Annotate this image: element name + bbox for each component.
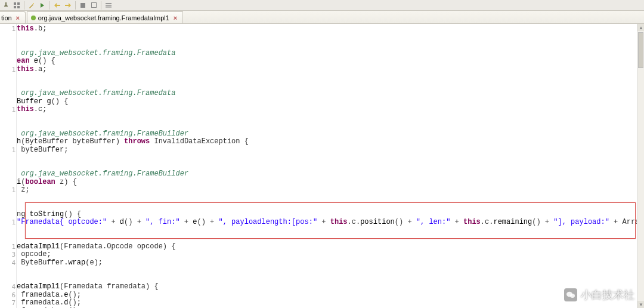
close-icon[interactable]: × [172,14,179,21]
code-line[interactable] [17,33,637,42]
svg-rect-6 [91,3,96,8]
box-icon[interactable] [89,1,98,10]
line-number: 7 [0,299,16,307]
toolbar-separator [101,1,101,10]
svg-rect-7 [106,3,112,4]
play-icon[interactable] [38,1,47,10]
toolbar-separator [24,1,24,10]
tab-framedataimpl1[interactable]: org.java_websocket.framing.FramedataImpl… [27,11,183,23]
code-line[interactable]: h(ByteBuffer byteBuffer) throws InvalidD… [17,138,637,146]
list-icon[interactable] [104,1,113,10]
line-number: 1 [0,218,16,227]
highlight-box [25,202,636,239]
svg-rect-9 [106,7,112,8]
line-number: 3 [0,251,16,259]
svg-rect-2 [14,6,16,8]
arrow-right-icon[interactable] [63,1,73,10]
code-line[interactable]: org.java_websocket.framing.FrameBuilder [17,130,637,138]
code-line[interactable]: 3 opcode; [17,251,637,259]
code-line[interactable] [17,114,637,122]
code-line[interactable]: 1 z; [17,186,637,195]
code-line[interactable] [17,195,637,203]
vertical-scrollbar[interactable]: ▲ ▼ [637,24,644,308]
line-number: 1 [0,66,16,74]
scroll-up-icon[interactable]: ▲ [637,24,644,31]
code-line[interactable]: org.java_websocket.framing.Framedata [17,50,637,58]
line-number: 1 [0,146,16,155]
code-line[interactable] [17,41,637,50]
svg-rect-0 [14,2,16,5]
code-line[interactable]: 4edataImpl1(Framedata framedata) { [17,283,637,291]
code-line[interactable]: org.java_websocket.framing.Framedata [17,90,637,98]
svg-rect-5 [80,3,85,8]
line-number: 6 [0,291,16,300]
scroll-down-icon[interactable]: ▼ [637,301,644,308]
tab-bar: tion × org.java_websocket.framing.Framed… [0,11,644,24]
code-line[interactable]: 7 framedata.d(); [17,299,637,307]
line-number: 1 [0,243,16,251]
svg-rect-1 [17,2,20,5]
code-area[interactable]: 1this.b; org.java_websocket.framing.Fram… [17,24,637,308]
code-line[interactable]: ean e() { [17,57,637,66]
pin-icon[interactable] [1,1,11,10]
arrow-left-icon[interactable] [52,1,62,10]
code-line[interactable] [17,82,637,90]
code-line[interactable]: 1edataImpl1(Framedata.Opcode opcode) { [17,243,637,251]
code-line[interactable]: 4 ByteBuffer.wrap(e); [17,259,637,267]
grid-icon[interactable] [12,1,21,10]
editor[interactable]: 1this.b; org.java_websocket.framing.Fram… [0,24,644,308]
line-number: 1 [0,25,16,33]
code-line[interactable] [17,162,637,171]
java-class-icon [31,16,36,20]
code-line[interactable]: Buffer g() { [17,98,637,106]
tab-label: org.java_websocket.framing.FramedataImpl… [38,14,169,21]
code-line[interactable]: org.java_websocket.framing.FrameBuilder [17,170,637,178]
toolbar-separator [49,1,50,10]
code-line[interactable]: i(boolean z) { [17,178,637,187]
tab-label: tion [1,14,12,21]
svg-rect-3 [17,6,20,8]
code-line[interactable] [17,73,637,82]
scroll-thumb[interactable] [638,32,643,68]
code-line[interactable]: 1 byteBuffer; [17,146,637,155]
stop-icon[interactable] [78,1,88,10]
line-number: 4 [0,259,16,267]
tab-previous[interactable]: tion × [0,11,26,23]
line-number: 1 [0,186,16,195]
code-line[interactable] [17,122,637,130]
code-line[interactable]: 6 framedata.e(); [17,291,637,300]
code-line[interactable]: 1this.b; [17,25,637,33]
code-line[interactable] [17,275,637,284]
toolbar [0,0,644,11]
toolbar-separator [75,1,76,10]
close-icon[interactable]: × [14,14,21,21]
svg-point-4 [33,3,34,4]
line-number: 1 [0,106,16,114]
line-number: 4 [0,283,16,291]
code-line[interactable]: 1this.c; [17,106,637,114]
code-line[interactable] [17,267,637,275]
wand-icon[interactable] [27,1,36,10]
code-line[interactable]: 1this.a; [17,66,637,74]
code-line[interactable] [17,154,637,162]
svg-rect-8 [106,5,112,6]
